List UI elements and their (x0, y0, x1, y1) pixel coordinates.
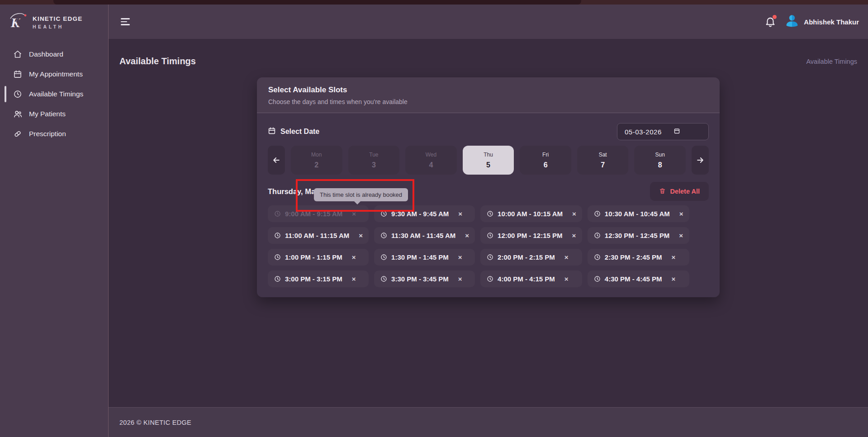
main-content: Available Timings Available Timings Sele… (109, 39, 868, 407)
time-slot-chip[interactable]: 1:00 PM - 1:15 PM× (268, 249, 369, 266)
booked-slot-tooltip: This time slot is already booked (314, 188, 408, 201)
slot-label: 11:30 AM - 11:45 AM (391, 232, 455, 239)
time-slot-chip[interactable]: 11:30 AM - 11:45 AM× (374, 227, 475, 244)
day-button-fri[interactable]: Fri6 (520, 146, 571, 175)
slot-remove-icon[interactable]: × (564, 254, 569, 261)
slot-label: 12:30 PM - 12:45 PM (605, 232, 669, 239)
card-body: Select Date 05-03-2026 (257, 113, 720, 297)
time-slots-grid: 9:00 AM - 9:15 AM×9:30 AM - 9:45 AM×10:0… (268, 205, 709, 287)
time-slot-chip[interactable]: 10:30 AM - 10:45 AM× (588, 205, 689, 222)
previous-week-button[interactable] (268, 146, 285, 175)
slot-remove-icon[interactable]: × (352, 276, 356, 282)
brand-logo-icon: K (7, 12, 28, 33)
slot-remove-icon[interactable]: × (359, 232, 363, 239)
sidebar-item-label: My Appointments (29, 70, 83, 78)
time-slot-chip[interactable]: 12:00 PM - 12:15 PM× (480, 227, 582, 244)
time-slot-chip[interactable]: 4:30 PM - 4:45 PM× (588, 271, 689, 287)
slot-remove-icon[interactable]: × (572, 210, 576, 217)
clock-small-icon (380, 276, 387, 282)
topbar-right: Abhishek Thakur (764, 13, 859, 30)
clock-small-icon (274, 210, 281, 217)
brand-text: KINETIC EDGE HEALTH (33, 15, 82, 29)
sidebar-item-my-appointments[interactable]: My Appointments (0, 64, 108, 84)
app-frame: K KINETIC EDGE HEALTH DashboardMy Appoin… (0, 0, 868, 437)
clock-small-icon (594, 276, 601, 282)
slot-label: 3:00 PM - 3:15 PM (285, 275, 342, 283)
slot-remove-icon[interactable]: × (679, 232, 683, 239)
day-button-tue: Tue3 (348, 146, 400, 175)
delete-all-button[interactable]: Delete All (650, 182, 709, 201)
slot-remove-icon[interactable]: × (458, 276, 462, 282)
user-name: Abhishek Thakur (804, 18, 859, 26)
slot-label: 10:30 AM - 10:45 AM (605, 210, 670, 218)
clock-small-icon (594, 210, 601, 217)
time-slot-chip[interactable]: 3:30 PM - 3:45 PM× (374, 271, 475, 287)
page-header: Available Timings Available Timings (119, 56, 857, 66)
slot-remove-icon[interactable]: × (679, 210, 683, 217)
slot-remove-icon[interactable]: × (672, 276, 676, 282)
slot-label: 1:30 PM - 1:45 PM (391, 253, 449, 261)
user-menu[interactable]: Abhishek Thakur (784, 13, 859, 30)
calendar-icon (13, 69, 23, 79)
time-slot-chip[interactable]: 11:00 AM - 11:15 AM× (268, 227, 369, 244)
topbar: Abhishek Thakur (109, 5, 868, 39)
time-slot-chip[interactable]: 9:30 AM - 9:45 AM× (374, 205, 475, 222)
footer: 2026 © KINETIC EDGE (109, 407, 868, 437)
time-slot-chip[interactable]: 1:30 PM - 1:45 PM× (374, 249, 475, 266)
slot-remove-icon[interactable]: × (672, 254, 676, 261)
day-number: 8 (658, 161, 662, 169)
day-button-wed: Wed4 (405, 146, 457, 175)
slot-label: 2:00 PM - 2:15 PM (498, 253, 555, 261)
day-name: Sat (599, 152, 607, 158)
day-name: Thu (484, 152, 493, 158)
sidebar-item-prescription[interactable]: Prescription (0, 124, 108, 144)
slot-remove-icon[interactable]: × (458, 254, 462, 261)
time-slot-chip[interactable]: 10:00 AM - 10:15 AM× (480, 205, 582, 222)
time-slot-chip[interactable]: 3:00 PM - 3:15 PM× (268, 271, 369, 287)
select-date-text: Select Date (280, 128, 319, 136)
sidebar-item-available-timings[interactable]: Available Timings (0, 84, 108, 104)
notification-bell-icon[interactable] (764, 16, 776, 28)
slot-remove-icon[interactable]: × (458, 210, 462, 217)
slot-remove-icon[interactable]: × (352, 210, 356, 217)
card-header: Select Available Slots Choose the days a… (257, 77, 720, 113)
day-button-thu[interactable]: Thu5 (463, 146, 514, 175)
clock-small-icon (594, 254, 601, 261)
slot-remove-icon[interactable]: × (564, 276, 569, 282)
sidebar-item-label: Prescription (29, 130, 66, 138)
tooltip-text: This time slot is already booked (320, 191, 402, 198)
sidebar-item-my-patients[interactable]: My Patients (0, 104, 108, 124)
slot-remove-icon[interactable]: × (352, 254, 356, 261)
time-slot-chip[interactable]: 2:30 PM - 2:45 PM× (588, 249, 689, 266)
slot-remove-icon[interactable]: × (465, 232, 469, 239)
time-slot-chip[interactable]: 9:00 AM - 9:15 AM× (268, 205, 369, 222)
slot-label: 4:30 PM - 4:45 PM (605, 275, 662, 283)
scrollbar-thumb[interactable] (53, 0, 581, 5)
prescription-icon (13, 129, 23, 139)
next-week-button[interactable] (692, 146, 709, 175)
tooltip-caret (354, 201, 361, 204)
patients-icon (13, 109, 23, 119)
slot-label: 9:30 AM - 9:45 AM (391, 210, 449, 218)
footer-copyright: 2026 © KINETIC EDGE (119, 419, 191, 426)
sidebar-item-dashboard[interactable]: Dashboard (0, 44, 108, 64)
slot-label: 1:00 PM - 1:15 PM (285, 253, 342, 261)
sidebar-nav: DashboardMy AppointmentsAvailable Timing… (0, 44, 108, 144)
slot-remove-icon[interactable]: × (572, 232, 576, 239)
card-title: Select Available Slots (268, 86, 708, 95)
time-slot-chip[interactable]: 12:30 PM - 12:45 PM× (588, 227, 689, 244)
day-button-sun[interactable]: Sun8 (634, 146, 686, 175)
day-name: Tue (369, 152, 378, 158)
hamburger-menu-icon[interactable] (121, 18, 131, 25)
day-buttons: Mon2Tue3Wed4Thu5Fri6Sat7Sun8 (291, 146, 686, 175)
brand[interactable]: K KINETIC EDGE HEALTH (0, 5, 108, 41)
home-icon (13, 49, 23, 59)
time-slot-chip[interactable]: 4:00 PM - 4:15 PM× (480, 271, 582, 287)
browser-scroll-strip (0, 0, 868, 5)
breadcrumb[interactable]: Available Timings (806, 58, 857, 65)
date-input[interactable]: 05-03-2026 (617, 123, 709, 140)
day-button-sat[interactable]: Sat7 (577, 146, 629, 175)
date-picker-icon[interactable] (674, 128, 680, 136)
time-slot-chip[interactable]: 2:00 PM - 2:15 PM× (480, 249, 582, 266)
slot-label: 12:00 PM - 12:15 PM (498, 232, 562, 239)
